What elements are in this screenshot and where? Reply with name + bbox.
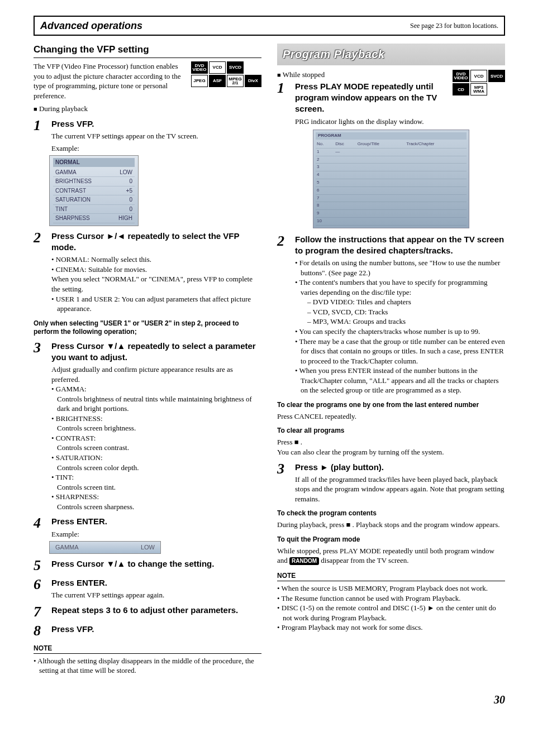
step-number: 1 xyxy=(277,81,289,126)
note-item: The Resume function cannot be used with … xyxy=(277,594,505,604)
example-label: Example: xyxy=(51,529,261,539)
bullet: NORMAL: Normally select this. xyxy=(51,255,261,265)
badge-vcd: VCD xyxy=(470,70,487,82)
sub4-text: While stopped, press PLAY MODE repeatedl… xyxy=(277,546,505,566)
step-number: 4 xyxy=(34,516,46,539)
step1-line: The current VFP settings appear on the T… xyxy=(51,131,261,141)
badge-dvd-video: DVD VIDEO xyxy=(191,61,208,74)
step-head: Press Cursor ▼/▲ repeatedly to select a … xyxy=(51,341,261,363)
step-number: 1 xyxy=(34,118,46,153)
bullet: USER 1 and USER 2: You can adjust parame… xyxy=(51,294,261,314)
dash-item: VCD, SVCD, CD: Tracks xyxy=(307,307,505,317)
badge-cd: CD xyxy=(453,83,469,95)
badge-svcd: SVCD xyxy=(488,70,505,82)
left-column: Changing the VFP setting The VFP (Video … xyxy=(34,44,261,676)
note-item: Although the setting display disappears … xyxy=(34,656,261,676)
header-title: Advanced operations xyxy=(40,19,142,32)
header-bar: Advanced operations See page 23 for butt… xyxy=(34,16,505,36)
step2-line: When you select "NORMAL" or "CINEMA", pr… xyxy=(51,274,261,294)
format-badges-left: DVD VIDEO VCD SVCD JPEG ASF MPEG 2/1 Div… xyxy=(191,61,261,87)
step-head: Press PLAY MODE repeatedly until program… xyxy=(295,81,448,115)
param-item: SHARPNESS:Controls screen sharpness. xyxy=(51,492,261,511)
step-head: Press ENTER. xyxy=(51,577,261,588)
vfp-intro: The VFP (Video Fine Processor) function … xyxy=(34,61,187,101)
param-item: GAMMA:Controls brightness of neutral tin… xyxy=(51,384,261,414)
context-during-playback: ■ During playback xyxy=(34,104,261,114)
program-window-screenshot: PROGRAM No.DiscGroup/TitleTrack/Chapter … xyxy=(313,130,469,228)
step-head: Repeat steps 3 to 6 to adjust other para… xyxy=(51,605,261,616)
step3-intro: Adjust gradually and confirm picture app… xyxy=(51,365,261,384)
random-chip-icon: RANDOM xyxy=(289,557,319,565)
mid-bold-note: Only when selecting "USER 1" or "USER 2"… xyxy=(34,319,261,336)
context-while-stopped: ■ While stopped xyxy=(277,70,448,80)
badge-mpeg: MPEG 2/1 xyxy=(227,75,244,87)
note-heading: NOTE xyxy=(277,571,505,581)
note-item: DISC (1-5) on the remote control and DIS… xyxy=(277,603,505,623)
section-title-vfp: Changing the VFP setting xyxy=(34,44,261,58)
bullet: For details on using the number buttons,… xyxy=(295,258,505,277)
step-number: 3 xyxy=(277,462,289,504)
example-label: Example: xyxy=(51,143,261,154)
sub1-text: Press CANCEL repeatedly. xyxy=(277,412,505,422)
step-head: Press Cursor ▼/▲ to change the setting. xyxy=(51,558,261,570)
step-head: Press VFP. xyxy=(51,624,261,635)
bullet: When you press ENTER instead of the numb… xyxy=(295,366,505,395)
sub3-text: During playback, press ■ . Playback stop… xyxy=(277,520,505,530)
step-number: 6 xyxy=(34,577,46,600)
step-number: 5 xyxy=(34,558,46,573)
step-number: 2 xyxy=(34,231,46,314)
param-item: SATURATION:Controls screen color depth. xyxy=(51,453,261,472)
bullet: The content's numbers that you have to s… xyxy=(295,277,505,327)
note-heading: NOTE xyxy=(34,644,261,654)
right-column: Program Playback ■ While stopped 1 Press… xyxy=(277,44,505,676)
subhead-quit: To quit the Program mode xyxy=(277,535,505,544)
program-playback-banner: Program Playback xyxy=(277,44,505,65)
badge-svcd: SVCD xyxy=(227,61,244,74)
sub2-text2: You can also clear the program by turnin… xyxy=(277,447,505,457)
step-number: 2 xyxy=(277,234,289,395)
step-number: 3 xyxy=(34,341,46,512)
subhead-clear-all: To clear all programs xyxy=(277,427,505,435)
step-number: 7 xyxy=(34,605,46,619)
param-item: BRIGHTNESS:Controls screen brightness. xyxy=(51,414,261,433)
subhead-clear-one: To clear the programs one by one from th… xyxy=(277,401,505,409)
step-head: Press ► (play button). xyxy=(295,462,505,473)
bullet: You can specify the chapters/tracks whos… xyxy=(295,327,505,337)
badge-dvd-video: DVD VIDEO xyxy=(453,70,469,82)
step-head: Follow the instructions that appear on t… xyxy=(295,234,505,257)
step1-right-line: PRG indicator lights on the display wind… xyxy=(295,117,448,127)
note-item: When the source is USB MEMORY, Program P… xyxy=(277,583,505,594)
note-item: Program Playback may not work for some d… xyxy=(277,623,505,633)
page-number: 30 xyxy=(34,692,505,707)
header-note: See page 23 for button locations. xyxy=(410,21,498,30)
subhead-check: To check the program contents xyxy=(277,509,505,518)
badge-asf: ASF xyxy=(209,75,226,87)
dash-item: MP3, WMA: Groups and tracks xyxy=(307,317,505,327)
dash-item: DVD VIDEO: Titles and chapters xyxy=(307,297,505,307)
gamma-bar-example: GAMMALOW xyxy=(49,541,161,554)
step-number: 8 xyxy=(34,624,46,638)
bullet: CINEMA: Suitable for movies. xyxy=(51,265,261,275)
badge-vcd: VCD xyxy=(209,61,226,74)
step6-line: The current VFP settings appear again. xyxy=(51,590,261,600)
sub2-text1: Press ■ . xyxy=(277,437,505,447)
step-head: Press ENTER. xyxy=(51,516,261,527)
badge-jpeg: JPEG xyxy=(191,75,208,87)
badge-divx: DivX xyxy=(245,75,261,87)
vfp-osd-example: NORMAL GAMMALOW BRIGHTNESS0 CONTRAST+5 S… xyxy=(49,155,139,226)
step-head: Press Cursor ►/◄ repeatedly to select th… xyxy=(51,231,261,253)
param-item: CONTRAST:Controls screen contrast. xyxy=(51,433,261,453)
param-item: TINT:Controls screen tint. xyxy=(51,472,261,492)
format-badges-right: DVD VIDEO VCD SVCD CD MP3 WMA xyxy=(453,70,505,95)
badge-mp3-wma: MP3 WMA xyxy=(470,83,487,95)
osd-title: NORMAL xyxy=(53,158,135,167)
step3-right-line: If all of the programmed tracks/files ha… xyxy=(295,475,505,504)
step-head: Press VFP. xyxy=(51,118,261,130)
bullet: There may be a case that the group or ti… xyxy=(295,337,505,366)
